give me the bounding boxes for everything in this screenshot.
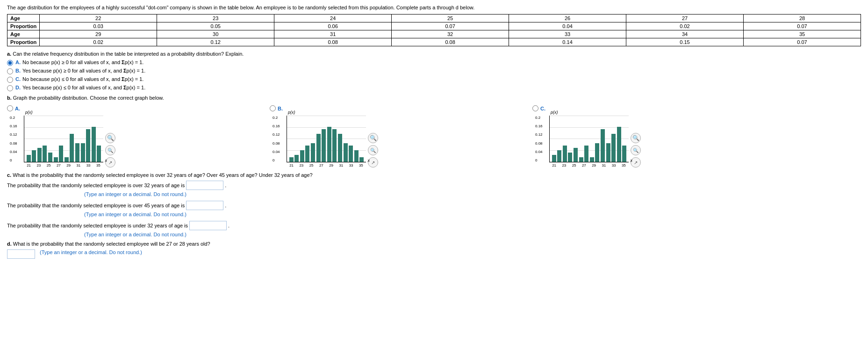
px-label-b: p(x) <box>288 110 295 115</box>
prop-22: 0.03 <box>40 22 157 30</box>
bar <box>332 129 337 162</box>
graph-option-c: C. 0.2 0.16 0.12 0.08 0.04 0 p(x) <box>532 105 641 168</box>
age-29: 29 <box>40 30 157 38</box>
option-a-radio[interactable] <box>7 60 13 66</box>
graph-a-header: A. <box>7 105 20 111</box>
graph-a-label: A. <box>15 106 20 111</box>
graph-a-box: 0.2 0.16 0.12 0.08 0.04 0 p(x) <box>7 113 115 168</box>
y-label-016: 0.16 <box>10 124 17 128</box>
part-c-question: c. What is the probability that the rand… <box>7 172 861 178</box>
bar <box>70 134 74 162</box>
y-label-02: 0.2 <box>10 116 17 120</box>
graph-option-a: A. 0.2 0.16 0.12 0.08 0.04 0 p(x) <box>7 105 115 168</box>
bar <box>97 146 101 162</box>
bar <box>289 157 294 162</box>
prop-31: 0.08 <box>274 38 392 46</box>
period-1: . <box>225 183 226 188</box>
option-b-text: Yes because p(x) ≥ 0 for all values of x… <box>22 68 145 73</box>
age-34: 34 <box>626 30 744 38</box>
zoom-out-btn-a[interactable]: 🔍 <box>105 145 115 155</box>
option-d-radio[interactable] <box>7 85 13 91</box>
graph-b-radio[interactable] <box>270 105 276 111</box>
y-label-012: 0.12 <box>10 132 17 137</box>
age-22: 22 <box>40 15 157 22</box>
period-2: . <box>225 203 226 208</box>
age-32: 32 <box>392 30 509 38</box>
prop-35: 0.07 <box>744 38 861 46</box>
part-c-q3-row: The probability that the randomly select… <box>7 221 861 230</box>
bar <box>574 148 578 162</box>
prop-25: 0.07 <box>392 22 509 30</box>
bar <box>349 146 353 162</box>
graph-c-label: C. <box>540 106 545 111</box>
bar <box>54 157 58 162</box>
part-d-question: d. What is the probability that the rand… <box>7 241 861 247</box>
zoom-search-btn-b[interactable]: 🔍 <box>368 133 378 143</box>
part-c-q2-text: The probability that the randomly select… <box>7 203 185 208</box>
zoom-search-btn-a[interactable]: 🔍 <box>105 133 115 143</box>
zoom-search-btn-c[interactable]: 🔍 <box>631 133 641 143</box>
bar <box>311 143 315 162</box>
x-label-b: x <box>368 158 370 163</box>
option-a-text: No because p(x) ≥ 0 for all values of x,… <box>22 59 143 65</box>
prop-29: 0.02 <box>40 38 157 46</box>
age-25: 25 <box>392 15 509 22</box>
bar <box>322 129 326 162</box>
bar <box>584 146 588 162</box>
bar <box>294 155 299 162</box>
part-d-section: d. What is the probability that the rand… <box>7 241 861 259</box>
bar <box>359 157 364 162</box>
age-33: 33 <box>509 30 626 38</box>
option-d-row: D. Yes because p(x) ≤ 0 for all values o… <box>7 85 861 91</box>
part-c-q1-text: The probability that the randomly select… <box>7 183 185 188</box>
bars-b <box>287 116 366 162</box>
part-c-q1-input[interactable] <box>186 181 223 190</box>
zoom-out-btn-b[interactable]: 🔍 <box>368 145 378 155</box>
bar <box>590 157 594 162</box>
option-d-label: D. <box>15 85 21 90</box>
part-c-q2-input[interactable] <box>186 201 223 210</box>
age-24: 24 <box>274 15 392 22</box>
part-c-q1-hint: (Type an integer or a decimal. Do not ro… <box>84 191 861 197</box>
graph-c-header: C. <box>532 105 545 111</box>
part-c-q3-input[interactable] <box>189 221 227 230</box>
option-c-text: No because p(x) ≤ 0 for all values of x,… <box>22 76 143 82</box>
graph-c-chart-wrapper: 0.2 0.16 0.12 0.08 0.04 0 p(x) <box>549 116 629 168</box>
part-d-input-row: (Type an integer or a decimal. Do not ro… <box>7 249 861 259</box>
bar <box>59 146 63 162</box>
bar <box>316 134 321 162</box>
part-b-question: b. Graph the probability distribution. C… <box>7 95 861 101</box>
zoom-out-btn-c[interactable]: 🔍 <box>631 145 641 155</box>
bar <box>579 157 583 162</box>
bar <box>595 143 599 162</box>
intro-text: The age distribution for the employees o… <box>7 5 861 10</box>
bars-c <box>550 116 629 162</box>
x-axis-b: 21 23 25 27 29 31 33 35 <box>287 163 366 168</box>
bar <box>617 127 621 162</box>
part-c-section: c. What is the probability that the rand… <box>7 172 861 237</box>
age-23: 23 <box>157 15 274 22</box>
graph-a-radio[interactable] <box>7 105 13 111</box>
bar <box>32 150 36 162</box>
option-b-radio[interactable] <box>7 68 13 74</box>
part-c-q3-hint: (Type an integer or a decimal. Do not ro… <box>84 232 861 237</box>
graph-b-chart-wrapper: 0.2 0.16 0.12 0.08 0.04 0 p(x) <box>287 116 366 168</box>
prop-23: 0.05 <box>157 22 274 30</box>
bar <box>611 134 616 162</box>
option-c-radio[interactable] <box>7 77 13 83</box>
option-b-row: B. Yes because p(x) ≥ 0 for all values o… <box>7 68 861 74</box>
graph-option-b: B. 0.2 0.16 0.12 0.08 0.04 0 p(x) <box>270 105 378 168</box>
part-d-input[interactable] <box>7 249 35 259</box>
graphs-row: A. 0.2 0.16 0.12 0.08 0.04 0 p(x) <box>7 105 861 168</box>
y-label-004: 0.04 <box>10 150 17 154</box>
bar <box>338 134 342 162</box>
graph-c-radio[interactable] <box>532 105 538 111</box>
bar <box>622 146 626 162</box>
bar <box>557 150 561 162</box>
bar <box>354 150 359 162</box>
prop-33: 0.14 <box>509 38 626 46</box>
x-label-a: x <box>105 158 108 163</box>
part-a-label: a. <box>7 51 11 57</box>
age-35: 35 <box>744 30 861 38</box>
bar <box>86 129 90 162</box>
